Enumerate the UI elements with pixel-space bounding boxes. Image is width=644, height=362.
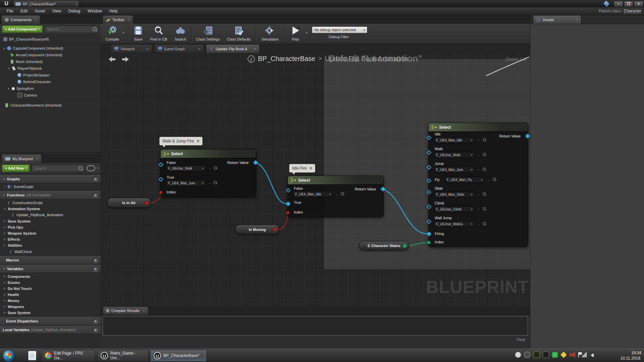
pin-false-dropdown[interactable]: F_UEchar_Walk▾ xyxy=(166,165,206,171)
volume-mixer-icon[interactable] xyxy=(570,352,575,358)
tree-item-mesh[interactable]: Mesh (Inherited) xyxy=(0,58,101,65)
taskbar-notepad-button[interactable] xyxy=(25,350,39,362)
browse-icon[interactable] xyxy=(214,181,217,184)
menu-asset[interactable]: Asset xyxy=(32,8,48,14)
varcat-enums[interactable]: ▷Enums xyxy=(0,280,101,286)
menu-file[interactable]: File xyxy=(3,8,16,14)
reset-arrow-icon[interactable]: ← xyxy=(335,192,339,196)
tab-toolbar[interactable]: Toolbar × xyxy=(103,15,133,24)
category-animation-system[interactable]: ▼Animation System xyxy=(0,206,101,212)
menu-view[interactable]: View xyxy=(49,8,64,14)
varcat-weapons[interactable]: ▷Weapons xyxy=(0,304,101,310)
category-abilities[interactable]: ▷Abilities xyxy=(0,242,101,248)
list-item-eventgraph[interactable]: ▷ EventGraph xyxy=(0,184,101,190)
tree-item-arrow[interactable]: ArrowComponent (Inherited) xyxy=(0,52,101,58)
tray-app-icon[interactable] xyxy=(524,352,530,358)
add-event-dispatcher-button[interactable]: + xyxy=(93,319,99,325)
taskbar-ue-project-button[interactable]: U Retro_Game - Unr... xyxy=(97,350,148,362)
tab-details[interactable]: i Details × xyxy=(533,15,581,24)
tree-item-capsule[interactable]: ▼ CapsuleComponent (Inherited) xyxy=(0,45,101,52)
reset-arrow-icon[interactable]: ← xyxy=(477,207,481,211)
browse-icon[interactable] xyxy=(214,166,217,170)
add-component-button[interactable]: + Add Component ▾ xyxy=(2,25,43,33)
start-button[interactable] xyxy=(3,350,15,362)
add-macro-button[interactable]: + xyxy=(93,258,99,264)
list-item-update-flipbook[interactable]: ƒ Update_FlipBook_Animation xyxy=(0,212,101,218)
browse-icon[interactable] xyxy=(341,192,344,195)
list-item-wallcheck[interactable]: ƒ WallCheck xyxy=(0,249,101,255)
tab-components[interactable]: Components × xyxy=(1,15,40,24)
tab-update-flipbook[interactable]: ƒ Update Flip Book A × xyxy=(206,44,260,53)
play-button[interactable]: Play xyxy=(287,25,304,42)
find-in-cb-button[interactable]: Find in CB xyxy=(148,25,170,42)
add-function-button[interactable]: + xyxy=(93,193,99,199)
taskbar-clock[interactable]: 19:34 10.11.2019. xyxy=(620,350,641,361)
browse-icon[interactable] xyxy=(483,192,486,196)
browse-icon[interactable] xyxy=(483,168,486,171)
network-signal-icon[interactable] xyxy=(582,352,588,357)
nvidia-icon[interactable] xyxy=(533,352,540,358)
tab-compiler-results-close-icon[interactable]: × xyxy=(143,309,145,313)
tab-components-close-icon[interactable]: × xyxy=(35,18,37,21)
debug-object-dropdown[interactable]: No debug object selected ▾ xyxy=(312,26,367,33)
chevron-down-icon[interactable]: ▾ xyxy=(97,167,99,170)
document-tab[interactable]: BP_CharacterBase* × xyxy=(13,0,80,7)
varcat-do-not-touch[interactable]: ▷Do Not Touch xyxy=(0,286,101,292)
pin-climb-dropdown[interactable]: F_UEchar_Climb▾ xyxy=(434,206,474,212)
expander-icon[interactable]: ▼ xyxy=(3,47,5,50)
minimize-button[interactable]: – xyxy=(614,1,623,7)
node-is-moving[interactable]: Is Moving xyxy=(235,225,279,234)
graphs-header[interactable]: ▼Graphs + xyxy=(0,175,101,183)
reset-arrow-icon[interactable]: ← xyxy=(477,192,481,196)
tree-item-springarm[interactable]: ▼ SpringArm xyxy=(0,85,101,92)
category-pick-ups[interactable]: ▷Pick Ups xyxy=(0,224,101,230)
functions-header[interactable]: ▼Functions (28 Overridable) + xyxy=(0,191,101,199)
play-options-chevron-icon[interactable]: ▾ xyxy=(306,31,307,34)
search-button[interactable]: Search xyxy=(172,25,189,42)
reset-arrow-icon[interactable]: ← xyxy=(477,138,481,142)
pin-icon[interactable] xyxy=(309,167,312,170)
myblueprint-search-input[interactable] xyxy=(34,166,78,171)
browse-icon[interactable] xyxy=(493,178,496,181)
pin-true-dropdown[interactable]: F_UE4_Man_Jum▾ xyxy=(166,180,206,186)
add-variable-button[interactable]: + xyxy=(93,266,99,273)
browse-icon[interactable] xyxy=(483,138,486,141)
myblueprint-search[interactable] xyxy=(32,165,85,172)
class-settings-button[interactable]: Class Settings xyxy=(195,25,221,42)
add-new-button[interactable]: + Add New ▾ xyxy=(2,165,30,172)
pin-index[interactable] xyxy=(427,241,431,244)
category-weapon-system[interactable]: ▷Weapon System xyxy=(0,230,101,236)
maximize-button[interactable]: ❐ xyxy=(624,1,633,7)
reset-arrow-icon[interactable]: ← xyxy=(477,167,481,171)
pin-fly-dropdown[interactable]: F_UE4_Man_Fly▾ xyxy=(445,177,484,183)
tree-item-projectilespawn[interactable]: ProjectileSpawn xyxy=(0,72,101,78)
taskbar-chrome-button[interactable]: Edit Page ‹ FPS Ga... xyxy=(42,350,95,362)
list-item-constructionscript[interactable]: ƒ ConstructionScript xyxy=(0,200,101,206)
tab-event-graph[interactable]: Event Graph × xyxy=(154,44,204,53)
reset-arrow-icon[interactable]: ← xyxy=(208,166,212,170)
local-variables-header[interactable]: Local Variables (Update_FlipBook_Animati… xyxy=(0,326,101,334)
menu-window[interactable]: Window xyxy=(84,8,105,14)
pin-index[interactable] xyxy=(286,211,290,215)
varcat-components[interactable]: ▷Components xyxy=(0,274,101,280)
variables-header[interactable]: ▼Variables + xyxy=(0,265,101,273)
browse-icon[interactable] xyxy=(483,153,486,156)
tree-item-charactermovement[interactable]: CharacterMovement (Inherited) xyxy=(0,102,101,109)
category-save-system[interactable]: ▷Save System xyxy=(0,218,101,224)
expander-icon[interactable]: ▼ xyxy=(7,67,10,70)
menu-edit[interactable]: Edit xyxy=(17,8,31,14)
comment-bubble-walk-jump-fire[interactable]: Walk & Jump Fire xyxy=(159,137,203,145)
varcat-health[interactable]: ▷Health xyxy=(0,292,101,298)
tab-toolbar-close-icon[interactable]: × xyxy=(128,18,130,21)
tab-details-close-icon[interactable]: × xyxy=(576,18,578,21)
pin-walk-dropdown[interactable]: F_UEchar_Walk▾ xyxy=(434,152,474,158)
pin-bool-output[interactable] xyxy=(144,201,149,205)
reset-arrow-icon[interactable]: ← xyxy=(477,153,481,157)
pin-false-dropdown[interactable]: F_UE4_Man_Idle▾ xyxy=(293,191,333,197)
view-options-eye-icon[interactable] xyxy=(87,165,95,171)
class-defaults-button[interactable]: Class Defaults xyxy=(225,25,252,42)
tab-update-flipbook-close-icon[interactable]: × xyxy=(254,47,256,51)
pin-icon[interactable] xyxy=(197,140,200,143)
reset-arrow-icon[interactable]: ← xyxy=(208,181,212,185)
tab-viewport[interactable]: Viewport × xyxy=(111,44,152,53)
